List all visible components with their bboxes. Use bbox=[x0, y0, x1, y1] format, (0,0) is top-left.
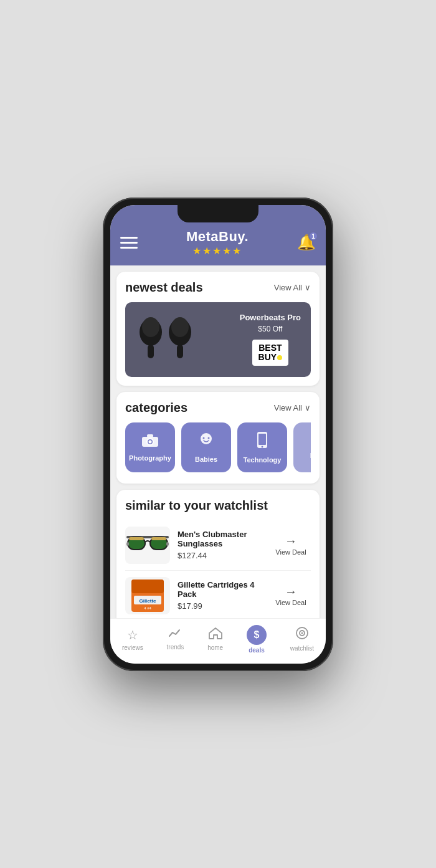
sunglasses-details: Men's Clubmaster Sunglasses $127.44 bbox=[178, 530, 263, 560]
gillette-name: Gillette Cartridges 4 Pack bbox=[178, 580, 263, 599]
svg-rect-20 bbox=[166, 542, 169, 546]
gillette-details: Gillette Cartridges 4 Pack $17.99 bbox=[178, 580, 263, 611]
phone-screen: MetaBuy. ★★★★★ 🔔 1 newest deals View All… bbox=[110, 205, 326, 664]
sunglasses-svg bbox=[126, 531, 169, 559]
svg-point-15 bbox=[262, 446, 263, 447]
nav-label-home: home bbox=[207, 644, 223, 651]
svg-point-10 bbox=[201, 433, 212, 444]
nav-label-watchlist: watchlist bbox=[290, 645, 314, 652]
nav-watchlist[interactable]: watchlist bbox=[290, 626, 314, 652]
svg-text:Gillette: Gillette bbox=[139, 598, 156, 604]
category-babies[interactable]: Babies bbox=[181, 422, 231, 472]
nav-trends[interactable]: trends bbox=[167, 627, 184, 651]
sunglasses-cta: View Deal bbox=[275, 548, 306, 556]
sunglasses-name: Men's Clubmaster Sunglasses bbox=[178, 530, 263, 548]
svg-point-4 bbox=[171, 317, 189, 337]
svg-rect-22 bbox=[151, 537, 166, 540]
best-buy-logo: BESTBUY bbox=[252, 340, 289, 366]
watchlist-title: similar to your watchlist bbox=[125, 498, 268, 513]
svg-rect-14 bbox=[258, 434, 266, 445]
category-label-babies: Babies bbox=[195, 455, 217, 463]
star-icon: ☆ bbox=[127, 627, 138, 642]
nav-label-reviews: reviews bbox=[122, 644, 143, 651]
category-label-photography: Photography bbox=[129, 454, 171, 462]
svg-text:4 #4: 4 #4 bbox=[144, 606, 151, 610]
category-photography[interactable]: Photography bbox=[125, 422, 175, 472]
phone-icon bbox=[257, 431, 268, 452]
best-buy-text: BESTBUY bbox=[258, 343, 283, 363]
gillette-price: $17.99 bbox=[178, 601, 263, 611]
svg-rect-2 bbox=[148, 345, 154, 358]
deals-icon: $ bbox=[247, 625, 267, 645]
watchlist-item-sunglasses: Men's Clubmaster Sunglasses $127.44 → Vi… bbox=[125, 520, 311, 571]
watchlist-item-gillette: Gillette 4 #4 Gillette Cartridges 4 Pack… bbox=[125, 571, 311, 618]
phone-notch bbox=[178, 205, 258, 222]
earbuds-svg bbox=[135, 315, 197, 365]
trends-icon bbox=[168, 627, 182, 642]
nav-reviews[interactable]: ☆ reviews bbox=[122, 627, 143, 651]
bottom-nav: ☆ reviews trends home bbox=[110, 618, 326, 664]
app-stars: ★★★★★ bbox=[186, 245, 249, 257]
gillette-svg: Gillette 4 #4 bbox=[126, 578, 169, 613]
category-more[interactable]: M More bbox=[293, 422, 311, 472]
header-center: MetaBuy. ★★★★★ bbox=[186, 229, 249, 257]
arrow-right-icon: → bbox=[285, 534, 297, 548]
categories-card: categories View All ∨ bbox=[116, 392, 320, 484]
phone-shell: MetaBuy. ★★★★★ 🔔 1 newest deals View All… bbox=[103, 198, 333, 671]
newest-deals-title: newest deals bbox=[125, 280, 203, 295]
chevron-down-icon: ∨ bbox=[305, 283, 311, 292]
watchlist-card: similar to your watchlist bbox=[116, 490, 320, 618]
nav-label-trends: trends bbox=[167, 644, 184, 651]
arrow-right-icon: → bbox=[285, 584, 297, 599]
svg-point-30 bbox=[301, 632, 303, 634]
categories-view-all[interactable]: View All ∨ bbox=[274, 403, 311, 413]
svg-point-12 bbox=[208, 437, 210, 439]
product-image-earbuds bbox=[135, 315, 197, 365]
deal-info: Powerbeats Pro $50 Off BESTBUY bbox=[240, 313, 301, 366]
svg-rect-24 bbox=[131, 579, 164, 593]
category-technology[interactable]: Technology bbox=[237, 422, 287, 472]
baby-icon bbox=[198, 432, 214, 452]
sunglasses-image bbox=[125, 527, 170, 564]
nav-label-deals: deals bbox=[249, 647, 265, 654]
newest-deals-card: newest deals View All ∨ bbox=[116, 272, 320, 386]
chevron-down-icon: ∨ bbox=[305, 403, 311, 413]
categories-row: Photography Babies bbox=[125, 422, 311, 475]
notification-badge: 1 bbox=[308, 231, 318, 241]
category-label-technology: Technology bbox=[244, 456, 282, 464]
svg-point-9 bbox=[149, 440, 152, 443]
svg-point-1 bbox=[142, 317, 159, 337]
sunglasses-view-deal[interactable]: → View Deal bbox=[271, 534, 311, 556]
gillette-cta: View Deal bbox=[275, 599, 306, 606]
categories-title: categories bbox=[125, 401, 187, 415]
svg-rect-5 bbox=[177, 345, 183, 358]
nav-home[interactable]: home bbox=[207, 627, 223, 651]
svg-rect-19 bbox=[126, 542, 129, 546]
scroll-content: newest deals View All ∨ bbox=[110, 265, 326, 618]
svg-point-11 bbox=[203, 437, 205, 439]
deal-product-name: Powerbeats Pro bbox=[240, 313, 301, 322]
deal-banner[interactable]: Powerbeats Pro $50 Off BESTBUY bbox=[125, 302, 311, 377]
gillette-view-deal[interactable]: → View Deal bbox=[271, 584, 311, 606]
deal-discount: $50 Off bbox=[240, 325, 301, 333]
home-icon bbox=[209, 627, 222, 642]
notification-button[interactable]: 🔔 1 bbox=[297, 234, 316, 251]
newest-deals-header: newest deals View All ∨ bbox=[125, 280, 311, 295]
nav-deals[interactable]: $ deals bbox=[247, 625, 267, 654]
watchlist-header: similar to your watchlist bbox=[125, 498, 311, 513]
svg-rect-21 bbox=[129, 537, 144, 540]
gillette-image: Gillette 4 #4 bbox=[125, 577, 170, 614]
categories-header: categories View All ∨ bbox=[125, 401, 311, 415]
app-title: MetaBuy. bbox=[186, 229, 249, 245]
svg-rect-8 bbox=[147, 434, 153, 437]
menu-button[interactable] bbox=[120, 237, 138, 249]
sunglasses-price: $127.44 bbox=[178, 551, 263, 560]
camera-icon bbox=[141, 433, 159, 451]
watchlist-icon bbox=[295, 626, 309, 643]
newest-deals-view-all[interactable]: View All ∨ bbox=[274, 283, 311, 292]
category-label-more: More bbox=[310, 452, 311, 459]
